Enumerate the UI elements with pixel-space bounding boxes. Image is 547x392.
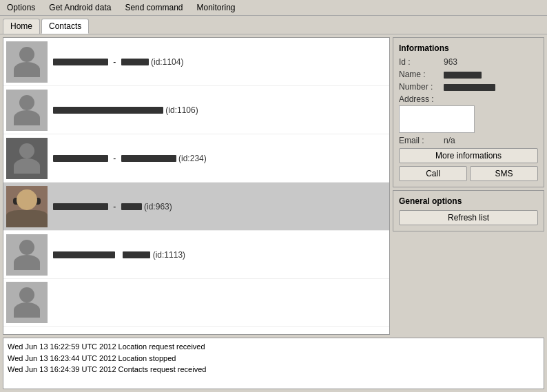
address-label: Address : — [399, 94, 444, 104]
contact-name-redacted — [53, 203, 108, 210]
list-item[interactable]: (id:1106) — [3, 86, 389, 134]
id-value: 963 — [444, 57, 457, 67]
list-item[interactable] — [3, 279, 389, 327]
contacts-panel: - (id:1104) (id:1106) — [3, 37, 390, 335]
svg-rect-3 — [30, 198, 41, 205]
name-redacted — [444, 72, 482, 79]
contact-name-redacted — [53, 251, 115, 258]
avatar — [6, 138, 48, 179]
refresh-list-button[interactable]: Refresh list — [399, 210, 538, 225]
contact-id: (id:1104) — [151, 57, 183, 67]
avatar — [6, 186, 48, 227]
more-informations-button[interactable]: More informations — [399, 148, 538, 163]
log-entry: Wed Jun 13 16:22:59 UTC 2012 Location re… — [8, 341, 539, 353]
name-value — [444, 70, 482, 79]
contact-id: (id:1106) — [165, 105, 198, 115]
svg-rect-2 — [13, 198, 24, 205]
log-entry: Wed Jun 13 16:23:44 UTC 2012 Location st… — [8, 353, 539, 364]
info-buttons: More informations Call SMS — [399, 148, 538, 181]
id-row: Id : 963 — [399, 57, 538, 67]
informations-box: Informations Id : 963 Name : Number : Ad… — [393, 37, 544, 187]
log-entry: Wed Jun 13 16:24:39 UTC 2012 Contacts re… — [8, 364, 539, 375]
list-item[interactable]: (id:1113) — [3, 231, 389, 279]
sms-button[interactable]: SMS — [470, 166, 538, 181]
number-redacted — [444, 84, 495, 91]
contact-info: (id:1106) — [53, 105, 386, 115]
avatar — [6, 282, 48, 323]
contact-name2-redacted — [121, 203, 142, 210]
log-area: Wed Jun 13 16:22:59 UTC 2012 Location re… — [3, 338, 544, 389]
svg-point-5 — [12, 211, 42, 227]
tab-home[interactable]: Home — [3, 19, 40, 34]
contact-info: (id:1113) — [53, 250, 386, 260]
email-label: Email : — [399, 136, 444, 145]
main-content: - (id:1104) (id:1106) — [0, 34, 547, 338]
contact-name-redacted — [53, 107, 163, 114]
tabbar: Home Contacts — [0, 16, 547, 34]
name-label: Name : — [399, 70, 444, 79]
avatar — [6, 90, 48, 131]
contact-name2-redacted — [121, 59, 149, 65]
menu-monitoring[interactable]: Monitoring — [192, 1, 239, 14]
id-label: Id : — [399, 57, 444, 67]
contact-name2-redacted — [121, 155, 176, 162]
call-button[interactable]: Call — [399, 166, 467, 181]
list-item[interactable]: - (id:1104) — [3, 38, 389, 86]
svg-rect-0 — [6, 186, 48, 227]
menubar: Options Get Android data Send command Mo… — [0, 0, 547, 16]
contact-name2-redacted — [123, 251, 150, 258]
contact-info: - (id:234) — [53, 154, 386, 163]
call-sms-row: Call SMS — [399, 166, 538, 181]
number-row: Number : — [399, 82, 538, 92]
general-options-box: General options Refresh list — [393, 190, 544, 231]
contact-id: (id:963) — [144, 202, 172, 212]
informations-title: Informations — [399, 43, 538, 53]
number-value — [444, 82, 495, 92]
address-value — [399, 105, 475, 133]
general-options-title: General options — [399, 196, 538, 206]
contact-id: (id:1113) — [153, 250, 185, 260]
contacts-list[interactable]: - (id:1104) (id:1106) — [3, 38, 389, 334]
avatar — [6, 234, 48, 276]
address-row: Address : — [399, 94, 538, 133]
email-value: n/a — [444, 136, 455, 145]
svg-point-1 — [17, 190, 37, 209]
contact-info: - (id:1104) — [53, 57, 386, 67]
tab-contacts[interactable]: Contacts — [41, 19, 89, 34]
contact-name-redacted — [53, 59, 108, 65]
list-item[interactable]: - (id:963) — [3, 183, 389, 231]
name-row: Name : — [399, 70, 538, 79]
list-item[interactable]: - (id:234) — [3, 134, 389, 183]
avatar — [6, 41, 48, 83]
contact-id: (id:234) — [178, 154, 207, 163]
email-row: Email : n/a — [399, 136, 538, 145]
menu-get-android-data[interactable]: Get Android data — [45, 1, 115, 14]
contact-name-redacted — [53, 155, 108, 162]
menu-options[interactable]: Options — [3, 1, 39, 14]
menu-send-command[interactable]: Send command — [121, 1, 187, 14]
info-panel: Informations Id : 963 Name : Number : Ad… — [393, 37, 544, 335]
number-label: Number : — [399, 82, 444, 92]
svg-rect-4 — [24, 200, 30, 202]
contact-info: - (id:963) — [53, 202, 386, 212]
